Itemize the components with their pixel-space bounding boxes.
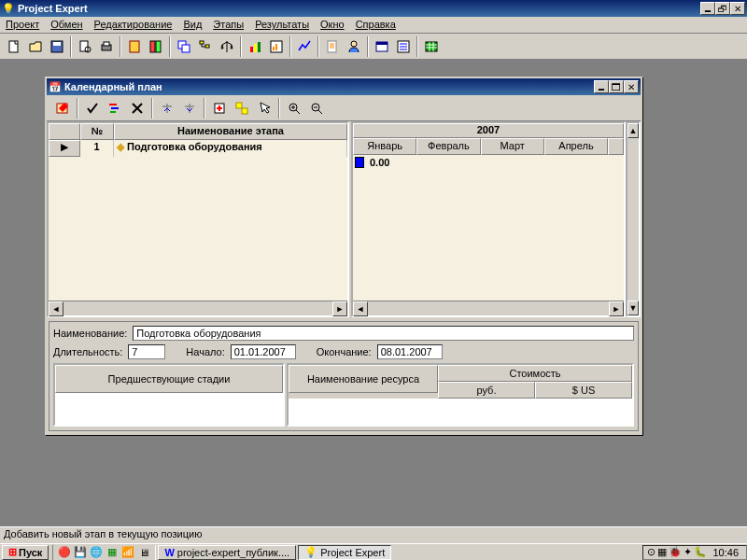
row-num: 1 <box>80 140 114 157</box>
gantt-value: 0.00 <box>370 157 389 168</box>
tray-icon[interactable]: 🐞 <box>669 546 682 558</box>
calc-icon[interactable] <box>124 36 145 57</box>
grid-hscroll[interactable]: ◄ ► <box>49 301 347 315</box>
ie-icon[interactable]: 🌐 <box>89 545 104 560</box>
print-icon[interactable] <box>96 36 117 57</box>
media-icon[interactable]: 🔴 <box>57 545 72 560</box>
start-field[interactable] <box>231 344 296 359</box>
start-button[interactable]: ⊞ Пуск <box>2 545 49 560</box>
scroll-left-icon[interactable]: ◄ <box>353 301 368 316</box>
child-minimize-button[interactable]: 🗕 <box>594 80 609 93</box>
tray-icon[interactable]: ▦ <box>657 546 667 558</box>
gantt-month-partial <box>608 138 624 155</box>
duration-field[interactable] <box>128 344 165 359</box>
add-icon[interactable] <box>209 98 230 119</box>
menu-project[interactable]: Проект <box>0 17 45 33</box>
open-icon[interactable] <box>25 36 46 57</box>
check-icon[interactable] <box>82 98 103 119</box>
gantt-bar[interactable] <box>355 157 364 168</box>
gantt-hscroll[interactable]: ◄ ► <box>353 301 624 315</box>
svg-rect-20 <box>328 41 336 52</box>
extra-icon[interactable]: 📶 <box>120 545 135 560</box>
svg-rect-31 <box>236 103 242 108</box>
task-word[interactable]: W project-expert_публик.... <box>158 545 296 560</box>
gantt-chart[interactable]: 2007 Январь Февраль Март Апрель 0.00 ◄ <box>351 121 626 317</box>
menu-view[interactable]: Вид <box>177 17 207 33</box>
scroll-left-icon[interactable]: ◄ <box>49 301 63 316</box>
browser-icon[interactable] <box>372 36 392 57</box>
main-toolbar <box>0 34 747 60</box>
save-icon[interactable]: 💾 <box>73 545 88 560</box>
pointer-icon[interactable] <box>254 98 275 119</box>
svg-rect-16 <box>258 42 261 52</box>
excel-icon[interactable]: ▦ <box>105 545 120 560</box>
name-label: Наименование: <box>53 328 131 339</box>
scroll-down-icon[interactable]: ▼ <box>627 301 639 315</box>
resources-grid[interactable]: Наименование ресурса Стоимость руб. $ US <box>287 363 634 427</box>
doc1-icon[interactable] <box>322 36 343 57</box>
scroll-right-icon[interactable]: ► <box>609 301 624 316</box>
edit-card-icon[interactable] <box>52 98 73 119</box>
scales-icon[interactable] <box>217 36 237 57</box>
child-maximize-button[interactable]: 🗖 <box>609 80 624 93</box>
expand-icon[interactable] <box>179 98 200 119</box>
menu-exchange[interactable]: Обмен <box>45 17 88 33</box>
row-marker-header <box>49 123 80 140</box>
num-header[interactable]: № <box>80 123 114 140</box>
menu-window[interactable]: Окно <box>315 17 350 33</box>
end-field[interactable] <box>377 344 443 359</box>
new-icon[interactable] <box>4 36 24 57</box>
menu-edit[interactable]: Редактирование <box>89 17 178 33</box>
child-close-button[interactable]: ✕ <box>624 80 639 93</box>
delete-icon[interactable] <box>127 98 148 119</box>
name-field[interactable] <box>133 326 634 341</box>
table-row[interactable]: ▶ 1 ◆ Подготовка оборудования <box>49 140 347 157</box>
name-header[interactable]: Наименование этапа <box>114 123 347 140</box>
collapse-icon[interactable] <box>157 98 177 119</box>
table-icon[interactable] <box>421 36 442 57</box>
menu-results[interactable]: Результаты <box>249 17 315 33</box>
chart2-icon[interactable] <box>266 36 287 57</box>
mdi-area: 📅 Календарный план 🗕 🗖 ✕ <box>0 60 747 526</box>
menu-help[interactable]: Справка <box>350 17 402 33</box>
svg-rect-19 <box>275 44 277 50</box>
tray-icon[interactable]: 🐛 <box>694 546 707 558</box>
scroll-right-icon[interactable]: ► <box>332 301 347 316</box>
menu-stages[interactable]: Этапы <box>207 17 249 33</box>
group-icon[interactable] <box>232 98 252 119</box>
row-name: ◆ Подготовка оборудования <box>114 140 347 157</box>
preview-icon[interactable] <box>75 36 95 57</box>
task-project-expert[interactable]: 💡 Project Expert <box>298 545 391 560</box>
gantt-month: Февраль <box>416 138 480 155</box>
user-icon[interactable] <box>344 36 364 57</box>
save-icon[interactable] <box>47 36 67 57</box>
windows-icon[interactable] <box>174 36 194 57</box>
scroll-up-icon[interactable]: ▲ <box>627 123 639 138</box>
row-marker: ▶ <box>49 140 80 157</box>
app-title: Project Expert <box>18 3 700 14</box>
app-icon: 💡 <box>2 2 15 15</box>
zoom-in-icon[interactable] <box>284 98 304 119</box>
tray-icon[interactable]: ✦ <box>684 546 692 558</box>
duration-label: Длительность: <box>53 346 126 357</box>
gantt-icon[interactable] <box>105 98 125 119</box>
report-icon[interactable] <box>146 36 166 57</box>
chart1-icon[interactable] <box>245 36 265 57</box>
child-title: Календарный план <box>64 81 594 92</box>
list-icon[interactable] <box>393 36 414 57</box>
desktop-icon[interactable]: 🖥 <box>136 545 151 560</box>
tray-icon[interactable]: ⊙ <box>647 546 655 558</box>
minimize-button[interactable]: 🗕 <box>700 2 715 15</box>
svg-rect-18 <box>273 47 275 50</box>
clock[interactable]: 10:46 <box>709 547 742 558</box>
zoom-out-icon[interactable] <box>306 98 327 119</box>
close-button[interactable]: ✕ <box>730 2 745 15</box>
line-chart-icon[interactable] <box>294 36 315 57</box>
app-icon: 💡 <box>304 546 317 558</box>
stages-grid[interactable]: № Наименование этапа ▶ 1 ◆ Подготовка об… <box>47 121 349 317</box>
quick-launch: 🔴 💾 🌐 ▦ 📶 🖥 <box>52 545 156 560</box>
svg-rect-8 <box>150 41 155 52</box>
tree-icon[interactable] <box>195 36 216 57</box>
restore-button[interactable]: 🗗 <box>715 2 730 15</box>
predecessors-grid[interactable]: Предшествующие стадии <box>53 363 285 427</box>
